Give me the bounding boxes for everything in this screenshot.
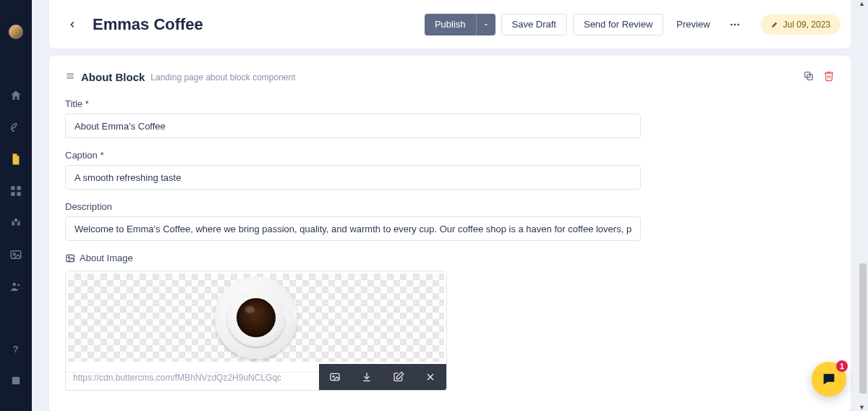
duplicate-icon xyxy=(803,70,814,82)
users-icon xyxy=(9,280,22,293)
help-icon: ? xyxy=(9,342,22,355)
title-input[interactable] xyxy=(65,114,641,138)
title-label: Title * xyxy=(65,98,641,109)
svg-rect-1 xyxy=(17,186,21,190)
nav-media[interactable] xyxy=(0,239,32,271)
svg-point-15 xyxy=(737,23,739,25)
caret-down-icon xyxy=(482,21,490,28)
chat-icon xyxy=(821,371,837,387)
pencil-icon xyxy=(771,20,779,28)
image-field-icon xyxy=(65,253,75,263)
svg-point-24 xyxy=(333,376,334,377)
image-preview[interactable] xyxy=(66,271,446,364)
topbar: Emmas Coffee Publish Save Draft Send for… xyxy=(49,0,851,48)
image-url-text: https://cdn.buttercms.com/fMBhNVzdQz2H9u… xyxy=(66,372,319,383)
drag-handle[interactable] xyxy=(65,71,75,83)
chat-fab[interactable]: 1 xyxy=(812,362,846,397)
scroll-up-icon[interactable]: ▲ xyxy=(859,0,865,7)
nav-docs[interactable] xyxy=(0,365,32,397)
publish-dropdown-button[interactable] xyxy=(476,14,495,35)
page-title: Emmas Coffee xyxy=(93,15,425,34)
svg-point-10 xyxy=(17,284,20,286)
picture-icon xyxy=(329,371,341,383)
block-name: About Block xyxy=(81,71,145,83)
publish-button[interactable]: Publish xyxy=(425,14,476,35)
page-icon xyxy=(9,153,22,166)
nav-collections[interactable] xyxy=(0,175,32,207)
description-input[interactable] xyxy=(65,216,641,241)
avatar[interactable] xyxy=(9,25,23,39)
preview-button[interactable]: Preview xyxy=(669,14,717,35)
chat-badge: 1 xyxy=(836,360,848,372)
caption-label: Caption * xyxy=(65,150,641,161)
svg-point-4 xyxy=(12,222,15,226)
image-icon xyxy=(9,248,22,261)
content-block-card: About Block Landing page about block com… xyxy=(49,56,851,411)
svg-point-5 xyxy=(17,222,21,226)
description-label: Description xyxy=(65,201,641,212)
svg-point-8 xyxy=(13,253,15,255)
svg-point-6 xyxy=(14,219,18,222)
nav-home[interactable] xyxy=(0,80,32,111)
grid-icon xyxy=(9,185,22,198)
svg-point-22 xyxy=(68,256,69,258)
image-field: https://cdn.buttercms.com/fMBhNVzdQz2H9u… xyxy=(65,271,447,391)
coffee-cup-image xyxy=(213,274,299,361)
download-icon xyxy=(361,371,373,383)
nav-help[interactable]: ? xyxy=(0,333,32,365)
svg-text:?: ? xyxy=(13,344,19,355)
caption-input[interactable] xyxy=(65,165,641,190)
svg-rect-12 xyxy=(12,377,20,385)
last-edited-pill: Jul 09, 2023 xyxy=(761,14,841,35)
nav-components[interactable] xyxy=(0,207,32,239)
drag-icon xyxy=(65,71,75,81)
edit-image-button[interactable] xyxy=(383,364,414,390)
duplicate-block-button[interactable] xyxy=(803,70,814,84)
svg-point-14 xyxy=(733,23,736,25)
last-edited-date: Jul 09, 2023 xyxy=(783,20,830,30)
dots-icon xyxy=(729,19,741,30)
close-icon xyxy=(425,371,436,383)
blog-icon xyxy=(9,121,22,134)
svg-rect-0 xyxy=(11,186,14,190)
nav-blog[interactable] xyxy=(0,111,32,143)
svg-rect-7 xyxy=(11,251,21,259)
scroll-down-icon[interactable]: ▼ xyxy=(859,404,865,411)
block-description: Landing page about block component xyxy=(150,72,295,82)
nav-users[interactable] xyxy=(0,271,32,302)
image-label: About Image xyxy=(80,253,133,263)
remove-image-button[interactable] xyxy=(414,364,446,390)
blocks-icon xyxy=(9,216,22,229)
download-image-button[interactable] xyxy=(351,364,383,390)
svg-rect-3 xyxy=(17,192,21,196)
sidebar: ? xyxy=(0,0,32,411)
trash-icon xyxy=(823,70,835,82)
svg-rect-2 xyxy=(11,192,14,196)
svg-point-13 xyxy=(731,23,733,25)
edit-icon xyxy=(393,371,404,383)
more-menu-button[interactable] xyxy=(723,14,746,35)
scrollbar-thumb[interactable] xyxy=(859,263,867,394)
book-icon xyxy=(9,374,22,387)
nav-pages[interactable] xyxy=(0,143,32,175)
chevron-left-icon xyxy=(67,20,77,30)
home-icon xyxy=(9,89,22,102)
scrollbar-track[interactable] xyxy=(858,7,868,404)
replace-image-button[interactable] xyxy=(319,364,351,390)
save-draft-button[interactable]: Save Draft xyxy=(501,14,567,35)
back-button[interactable] xyxy=(64,16,81,33)
send-review-button[interactable]: Send for Review xyxy=(573,14,663,35)
delete-block-button[interactable] xyxy=(823,70,835,84)
svg-point-9 xyxy=(13,283,17,287)
